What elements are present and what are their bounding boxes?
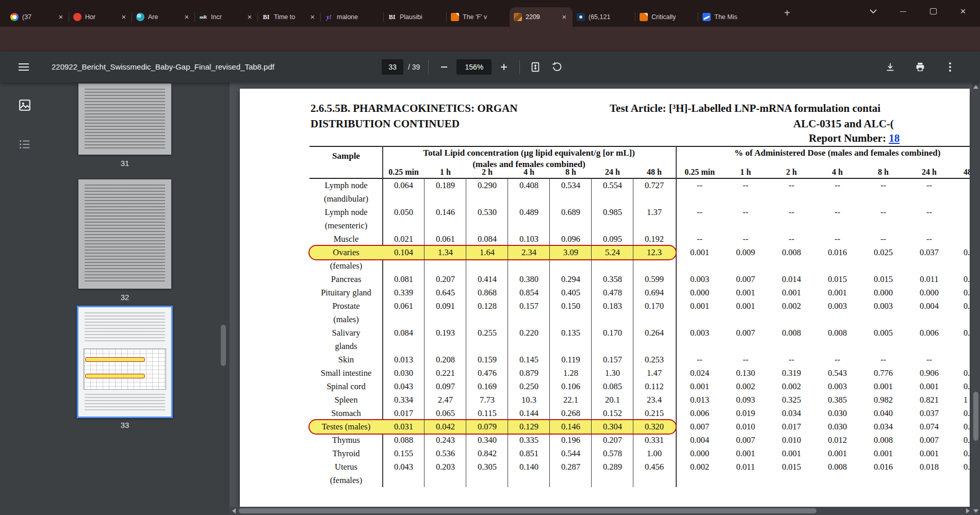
pct-dose-value-cell: 0.130 <box>723 367 769 380</box>
pct-dose-value-cell: 0.011 <box>906 273 952 286</box>
tab-close-icon[interactable]: × <box>57 13 65 21</box>
vertical-scrollbar[interactable] <box>972 82 980 515</box>
pct-dose-value-cell: 0.037 <box>906 246 952 273</box>
tab-close-icon[interactable]: × <box>120 13 128 21</box>
horizontal-scrollbar-thumb[interactable] <box>239 508 816 513</box>
tab-close-icon[interactable]: × <box>183 13 191 21</box>
browser-tab[interactable]: mRIncr× <box>195 7 258 27</box>
browser-tab[interactable]: Critically <box>635 7 698 27</box>
lipid-value-cell: 0.339 <box>383 286 424 300</box>
tab-title: Time to <box>274 13 305 21</box>
pct-dose-value-cell: -- <box>906 206 952 232</box>
tab-title: Are <box>148 13 179 21</box>
browser-tab[interactable]: Are× <box>132 7 195 27</box>
outline-view-icon[interactable] <box>13 133 36 156</box>
sample-name-cell: Skin <box>309 353 383 367</box>
tab-title: 2209 <box>526 13 557 21</box>
biodistribution-table: Sample Total Lipid concentration (µg lip… <box>309 146 970 487</box>
browser-tab[interactable]: The 'F' v <box>447 7 510 27</box>
lipid-value-cell: 0.255 <box>466 326 508 353</box>
lipid-value-cell: 0.294 <box>550 273 592 286</box>
pct-dose-value-cell: 0. <box>952 300 970 326</box>
page-number-input[interactable]: 33 <box>382 59 403 75</box>
maximize-button[interactable] <box>918 0 948 23</box>
browser-tab[interactable]: Hor× <box>69 7 132 27</box>
minimize-button[interactable] <box>888 0 918 23</box>
lipid-value-cell: 12.3 <box>633 246 675 273</box>
lipid-value-cell: 0.097 <box>424 380 466 393</box>
lipid-value-cell: 0.408 <box>508 179 550 206</box>
pct-dose-value-cell <box>952 179 970 206</box>
download-icon[interactable] <box>883 60 897 74</box>
pdf-more-menu-icon[interactable] <box>943 60 957 74</box>
page-thumbnail[interactable] <box>77 306 173 418</box>
rotate-icon[interactable] <box>550 60 564 74</box>
pct-dose-value-cell: 0.001 <box>677 380 723 393</box>
pct-dose-value-cell <box>952 232 970 246</box>
table-row: Spinal cord0.0430.0970.1690.2500.1060.08… <box>309 380 970 393</box>
horizontal-scrollbar[interactable] <box>230 507 972 515</box>
new-tab-button[interactable]: + <box>780 6 794 21</box>
table-row: Lymph node(mandibular)0.0640.1890.2900.4… <box>309 179 970 206</box>
page-thumbnail[interactable] <box>78 84 171 155</box>
thumbnail-mini-table <box>84 348 166 390</box>
pct-dose-value-cell: -- <box>723 206 769 232</box>
pct-dose-value-cell: 0.018 <box>906 460 952 487</box>
thumbnail-view-icon[interactable] <box>13 94 36 117</box>
lipid-value-cell: 0.064 <box>383 179 424 206</box>
fit-page-icon[interactable] <box>528 60 543 74</box>
print-icon[interactable] <box>913 60 927 74</box>
pct-dose-value-cell: -- <box>814 232 860 246</box>
zoom-level-display[interactable]: 156% <box>456 59 492 75</box>
lipid-value-cell: 0.253 <box>633 353 675 367</box>
pct-dose-value-cell: 0.030 <box>814 407 860 420</box>
pct-dose-header: % of Administered Dose (males and female… <box>677 148 970 158</box>
scroll-left-arrow-icon[interactable] <box>230 507 238 515</box>
report-number-link[interactable]: 18 <box>889 132 900 144</box>
scroll-down-arrow-icon[interactable] <box>972 507 980 515</box>
lipid-value-cell: 0.065 <box>424 407 466 420</box>
sample-name-cell: Ovaries(females) <box>309 246 383 273</box>
tab-search-chevron-icon[interactable] <box>858 0 888 23</box>
scroll-up-arrow-icon[interactable] <box>972 82 980 91</box>
vertical-scrollbar-thumb[interactable] <box>973 392 978 441</box>
browser-tab[interactable]: 2209× <box>510 7 573 27</box>
thumbnail-text-preview <box>85 185 165 284</box>
pct-time-headers: 0.25 min1 h2 h4 h8 h24 h48 h <box>677 167 970 178</box>
zoom-out-icon[interactable] <box>437 60 451 74</box>
tab-title: (65,121 <box>589 13 631 21</box>
browser-tab[interactable]: BITime to× <box>258 7 321 27</box>
table-row: Pituitary gland0.3390.6450.8680.8540.405… <box>309 286 970 300</box>
pct-dose-value-cell: -- <box>860 353 906 367</box>
time-column-header: 0.25 min <box>383 167 424 178</box>
tab-close-icon[interactable]: × <box>246 13 254 21</box>
zoom-in-icon[interactable] <box>497 60 511 74</box>
lipid-value-cell: 0.220 <box>508 326 550 353</box>
pct-dose-value-cell: 0.002 <box>769 300 814 326</box>
page-thumbnail[interactable] <box>78 179 171 289</box>
tab-close-icon[interactable]: × <box>308 13 317 21</box>
table-row: Testes (males)0.0310.0420.0790.1290.1460… <box>309 420 970 434</box>
browser-tab[interactable]: (65,121 <box>573 7 635 27</box>
pct-dose-value-cell: 0.004 <box>677 434 723 447</box>
table-row: Uterus(females)0.0430.2030.3050.1400.287… <box>309 460 970 487</box>
browser-tab[interactable]: BIPlausibi <box>384 7 447 27</box>
tab-close-icon[interactable]: × <box>560 13 568 21</box>
lipid-value-cell: 0.287 <box>550 460 592 487</box>
lipid-header-line1: Total Lipid concentration (µg lipid equi… <box>383 148 675 158</box>
time-column-header: 24 h <box>906 167 952 178</box>
pct-dose-value-cell: 0.074 <box>906 420 952 434</box>
browser-toolbar: ← → corona-elefant.ch/wp-content/uploads… <box>0 27 980 52</box>
tab-title: malone <box>337 13 380 21</box>
pdf-menu-hamburger-icon[interactable] <box>19 63 29 71</box>
browser-tab[interactable]: y!malone <box>321 7 384 27</box>
close-window-button[interactable]: × <box>948 0 978 23</box>
browser-tab[interactable]: The Mis <box>698 7 761 27</box>
scroll-right-arrow-icon[interactable] <box>963 507 972 515</box>
lipid-value-cell: 0.106 <box>550 380 592 393</box>
time-column-header: 2 h <box>769 167 814 178</box>
browser-tab[interactable]: (37× <box>6 7 69 27</box>
lipid-value-cell: 1.64 <box>466 246 508 273</box>
sidebar-scrollbar-thumb[interactable] <box>221 325 226 366</box>
table-row: Salivaryglands0.0840.1930.2550.2200.1350… <box>309 326 970 353</box>
